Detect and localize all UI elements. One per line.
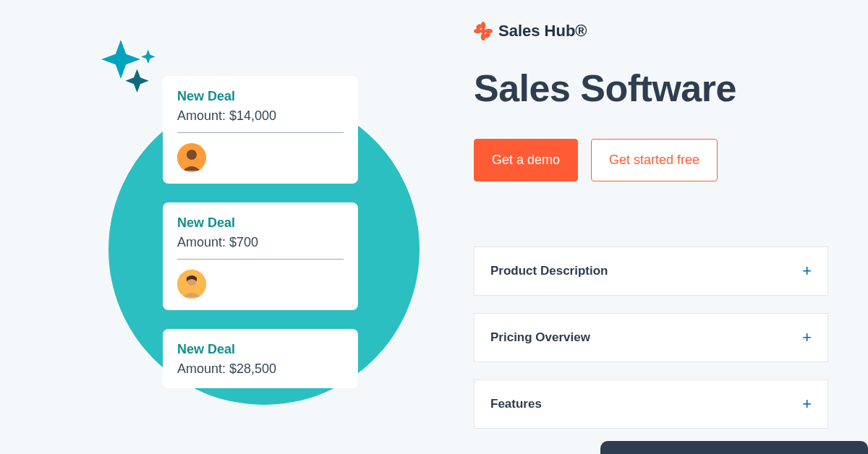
- svg-point-4: [481, 29, 486, 34]
- divider: [177, 132, 344, 133]
- sparkle-icon: [101, 40, 166, 105]
- accordion-product-description[interactable]: Product Description +: [474, 247, 828, 296]
- deal-title: New Deal: [177, 215, 344, 231]
- deal-title: New Deal: [177, 342, 344, 357]
- deal-cards-list: New Deal Amount: $14,000 New Deal Amount…: [163, 76, 358, 407]
- get-demo-button[interactable]: Get a demo: [474, 139, 578, 181]
- deal-amount: Amount: $700: [177, 235, 344, 250]
- brand-name: Sales Hub®: [498, 22, 587, 40]
- brand-row: Sales Hub®: [474, 22, 828, 40]
- svg-point-1: [187, 150, 197, 160]
- avatar: [177, 143, 206, 172]
- accordion-label: Features: [490, 397, 542, 411]
- svg-point-5: [481, 22, 486, 29]
- svg-point-6: [481, 33, 486, 40]
- divider: [177, 259, 344, 260]
- avatar: [177, 270, 206, 299]
- get-started-free-button[interactable]: Get started free: [591, 139, 718, 181]
- brand-icon: [474, 22, 493, 40]
- svg-point-8: [485, 29, 493, 34]
- deal-amount: Amount: $14,000: [177, 108, 344, 124]
- accordion-features[interactable]: Features +: [474, 380, 828, 429]
- deal-card: New Deal Amount: $14,000: [163, 76, 358, 184]
- svg-point-7: [474, 29, 481, 34]
- accordion-label: Pricing Overview: [490, 330, 590, 345]
- expand-icon: +: [802, 263, 812, 279]
- deal-title: New Deal: [177, 89, 344, 104]
- deal-card: New Deal Amount: $28,500: [163, 329, 358, 388]
- deal-card: New Deal Amount: $700: [163, 202, 358, 310]
- accordion-pricing-overview[interactable]: Pricing Overview +: [474, 313, 828, 362]
- expand-icon: +: [802, 396, 812, 412]
- accordion: Product Description + Pricing Overview +…: [474, 247, 828, 429]
- expand-icon: +: [802, 330, 812, 346]
- cta-row: Get a demo Get started free: [474, 139, 828, 181]
- footer-bar: [600, 441, 868, 454]
- accordion-label: Product Description: [490, 264, 608, 278]
- page-title: Sales Software: [474, 67, 828, 110]
- deal-amount: Amount: $28,500: [177, 361, 344, 377]
